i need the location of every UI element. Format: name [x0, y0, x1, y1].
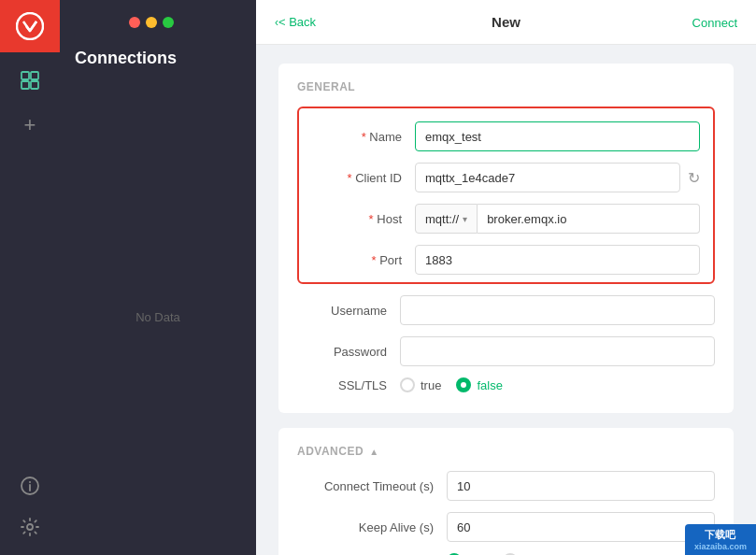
ssl-false-radio[interactable] — [456, 377, 471, 392]
ssl-radio-group: true false — [400, 377, 503, 392]
logo-icon — [16, 12, 44, 40]
advanced-collapse-icon: ▲ — [369, 447, 378, 457]
traffic-light-green[interactable] — [163, 17, 174, 28]
client-id-input[interactable] — [415, 163, 680, 192]
host-input[interactable] — [478, 204, 700, 234]
info-icon — [21, 477, 39, 495]
watermark-sub: xiazaiba.com — [694, 542, 747, 551]
page-title: New — [492, 14, 521, 30]
name-label: * Name — [312, 130, 415, 144]
traffic-light-red[interactable] — [129, 17, 140, 28]
password-field-group: Password — [297, 336, 715, 366]
ssl-true-option[interactable]: true — [400, 377, 441, 392]
host-label: * Host — [312, 212, 415, 226]
logo-button[interactable] — [0, 0, 60, 52]
connections-icon — [20, 70, 40, 91]
refresh-client-id-button[interactable]: ↻ — [688, 169, 700, 187]
client-id-label: * Client ID — [312, 171, 415, 185]
svg-rect-3 — [21, 81, 29, 89]
name-input[interactable] — [415, 121, 700, 151]
connect-button[interactable]: Connect — [692, 16, 737, 30]
sidebar-item-connections[interactable] — [0, 56, 60, 105]
connections-title: Connections — [75, 49, 177, 67]
protocol-value: mqtt:// — [425, 212, 459, 226]
svg-rect-4 — [31, 81, 38, 89]
advanced-title: Advanced — [297, 445, 364, 458]
general-section-title: General — [297, 80, 715, 93]
ssl-false-label: false — [477, 378, 502, 392]
protocol-chevron-icon: ▾ — [463, 214, 467, 224]
port-input[interactable] — [415, 245, 700, 275]
settings-icon — [21, 518, 39, 536]
settings-button[interactable] — [0, 506, 60, 548]
traffic-light-yellow[interactable] — [146, 17, 157, 28]
svg-point-8 — [27, 524, 33, 530]
ssl-tls-field-group: SSL/TLS true false — [297, 377, 715, 392]
top-nav: ‹ < Back New Connect — [256, 0, 756, 45]
ssl-true-radio[interactable] — [400, 377, 415, 392]
username-input[interactable] — [400, 295, 715, 325]
username-label: Username — [297, 304, 400, 318]
back-label: < Back — [278, 15, 316, 29]
watermark: 下载吧 xiazaiba.com — [685, 524, 756, 555]
host-field-group: * Host mqtt:// ▾ — [312, 204, 700, 234]
keep-alive-label: Keep Alive (s) — [297, 520, 447, 534]
username-field-group: Username — [297, 295, 715, 325]
keep-alive-input[interactable] — [447, 512, 715, 542]
advanced-section-header[interactable]: Advanced ▲ — [297, 445, 715, 458]
ssl-false-option[interactable]: false — [456, 377, 502, 392]
svg-point-7 — [29, 481, 31, 483]
port-field-group: * Port — [312, 245, 700, 275]
info-button[interactable] — [0, 465, 60, 506]
protocol-selector[interactable]: mqtt:// ▾ — [415, 204, 478, 234]
svg-rect-2 — [31, 72, 38, 79]
svg-point-0 — [17, 13, 43, 39]
no-data-label: No Data — [136, 310, 180, 324]
svg-rect-1 — [21, 72, 29, 79]
ssl-tls-label: SSL/TLS — [297, 378, 400, 392]
connect-timeout-field-group: Connect Timeout (s) — [297, 471, 715, 501]
advanced-section: Advanced ▲ Connect Timeout (s) Keep Aliv… — [278, 428, 734, 555]
port-label: * Port — [312, 253, 415, 267]
back-button[interactable]: ‹ < Back — [275, 15, 316, 29]
general-section: General * Name * Client ID ↻ — [278, 64, 734, 413]
add-button[interactable]: + — [0, 105, 60, 146]
connections-panel: Connections No Data — [60, 0, 256, 555]
required-fields-box: * Name * Client ID ↻ * Host — [297, 107, 715, 284]
keep-alive-field-group: Keep Alive (s) — [297, 512, 715, 542]
content-area: General * Name * Client ID ↻ — [256, 45, 756, 555]
client-id-field-group: * Client ID ↻ — [312, 163, 700, 192]
main-area: ‹ < Back New Connect General * Name * — [256, 0, 756, 555]
connect-timeout-input[interactable] — [447, 471, 715, 501]
name-field-group: * Name — [312, 121, 700, 151]
password-input[interactable] — [400, 336, 715, 366]
password-label: Password — [297, 345, 400, 359]
connect-timeout-label: Connect Timeout (s) — [297, 479, 447, 493]
ssl-true-label: true — [421, 378, 441, 392]
